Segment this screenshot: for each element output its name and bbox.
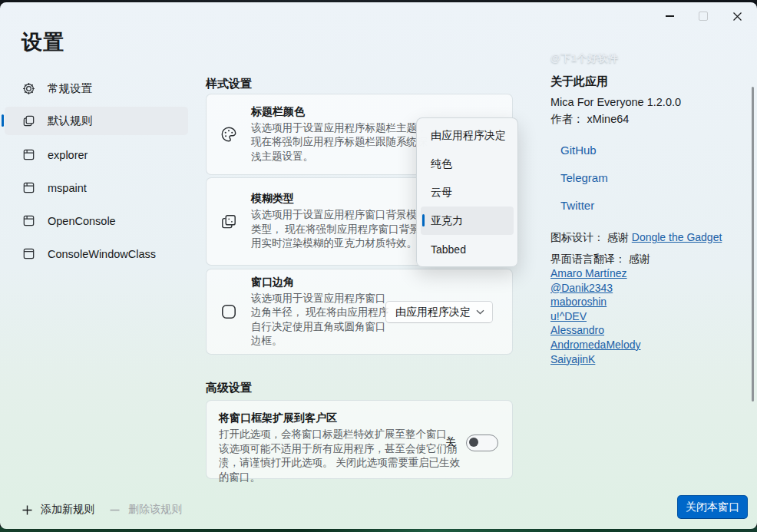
list-item: AndromedaMelody <box>550 338 641 352</box>
browser-window-icon <box>21 246 36 261</box>
minimize-icon <box>666 15 674 17</box>
card-title: 模糊类型 <box>251 192 433 206</box>
add-rule-label: 添加新规则 <box>41 503 94 517</box>
desktop-background: 设置 常规设置 默认规 <box>0 0 757 532</box>
advanced-section-heading: 高级设置 <box>206 381 252 395</box>
dropdown-option-label: 由应用程序决定 <box>431 129 506 143</box>
sidebar-item-label: explorer <box>48 149 88 161</box>
translator-link[interactable]: Alessandro <box>550 324 604 336</box>
style-section-heading: 样式设置 <box>206 77 252 91</box>
app-author: 作者： xMine64 <box>550 112 629 127</box>
sidebar-item-label: ConsoleWindowClass <box>48 248 156 260</box>
sidebar-item-general-settings[interactable]: 常规设置 <box>5 74 188 103</box>
minimize-button[interactable] <box>653 5 686 27</box>
copy-icon <box>21 114 36 128</box>
card-extend-frame: 将窗口框架扩展到客户区 打开此选项，会将窗口标题栏特效扩展至整个窗口。该选项可能… <box>206 400 513 479</box>
dropdown-option-acrylic[interactable]: 亚克力 <box>421 207 514 235</box>
blur-squares-icon <box>207 213 251 231</box>
about-heading: 关于此应用 <box>550 74 608 89</box>
close-window-label: 关闭本窗口 <box>686 501 739 514</box>
app-version: Mica For Everyone 1.2.0.0 <box>550 96 681 108</box>
sidebar-item-openconsole[interactable]: OpenConsole <box>5 207 188 235</box>
watermark-text: @下1个好软件 <box>550 51 618 65</box>
card-title: 标题栏颜色 <box>251 105 433 119</box>
chevron-down-icon <box>476 309 484 315</box>
selection-indicator <box>422 214 425 226</box>
dropdown-option-label: Tabbed <box>431 243 466 256</box>
list-item: u!^DEV <box>550 309 641 324</box>
card-description: 该选项用于设置应用程序窗口背景模糊类型， 现在将强制应用程序窗口背景使用实时渲染… <box>251 208 433 251</box>
delete-rule-label: 删除该规则 <box>128 503 182 517</box>
list-item: @Danik2343 <box>550 281 641 296</box>
rounded-corner-icon <box>207 302 251 321</box>
card-title: 将窗口框架扩展到客户区 <box>219 411 500 425</box>
list-item: maboroshin <box>550 295 641 309</box>
titlebar-color-dropdown-flyout: 由应用程序决定 纯色 云母 亚克力 Tabbed <box>416 117 518 267</box>
card-window-corners: 窗口边角 该选项用于设置应用程序窗口边角半径， 现在将由应用程序自行决定使用直角… <box>206 269 513 355</box>
list-item: SaiyajinK <box>550 352 641 367</box>
sidebar-item-default-rules[interactable]: 默认规则 <box>5 107 188 135</box>
corner-preference-combobox[interactable]: 由应用程序决定 <box>385 301 493 323</box>
app-window-icon <box>21 147 36 162</box>
page-title: 设置 <box>21 28 64 56</box>
translator-link[interactable]: u!^DEV <box>550 310 587 322</box>
twitter-link[interactable]: Twitter <box>560 199 594 212</box>
close-button[interactable] <box>720 5 754 27</box>
close-icon <box>732 12 742 21</box>
dropdown-option-label: 亚克力 <box>431 214 463 228</box>
close-window-button[interactable]: 关闭本窗口 <box>677 495 748 519</box>
dropdown-option-solid[interactable]: 纯色 <box>421 150 514 178</box>
translator-link[interactable]: SaiyajinK <box>550 353 595 365</box>
delete-rule-button: 删除该规则 <box>109 500 182 520</box>
list-item: Amaro Martínez <box>550 266 641 281</box>
app-window-icon <box>21 213 36 228</box>
dropdown-option-label: 云母 <box>431 186 452 200</box>
translator-link[interactable]: Amaro Martínez <box>550 267 627 279</box>
toggle-knob <box>469 438 478 447</box>
card-description: 打开此选项，会将窗口标题栏特效扩展至整个窗口。该选项可能不适用于所有应用程序，甚… <box>219 428 466 484</box>
sidebar-item-explorer[interactable]: explorer <box>5 140 188 169</box>
translators-list: Amaro Martínez @Danik2343 maboroshin u!^… <box>550 266 641 366</box>
add-rule-button[interactable]: 添加新规则 <box>21 500 94 520</box>
list-item: Alessandro <box>550 323 641 338</box>
plus-icon <box>21 504 33 516</box>
dropdown-option-tabbed[interactable]: Tabbed <box>421 235 514 263</box>
app-window-icon <box>21 180 36 195</box>
translator-link[interactable]: maboroshin <box>550 296 607 308</box>
translation-heading: 界面语言翻译： 感谢 <box>550 253 650 266</box>
maximize-button <box>686 5 720 27</box>
maximize-icon <box>699 12 708 21</box>
dropdown-option-label: 纯色 <box>431 157 452 171</box>
palette-icon <box>207 125 251 144</box>
extend-frame-toggle[interactable] <box>466 435 498 451</box>
combobox-value: 由应用程序决定 <box>395 306 471 319</box>
icon-designer-link[interactable]: Dongle the Gadget <box>632 231 722 243</box>
translator-link[interactable]: AndromedaMelody <box>550 339 641 351</box>
extend-frame-toggle-group: 关 <box>445 435 498 451</box>
sidebar-item-consolewindowclass[interactable]: ConsoleWindowClass <box>5 240 188 268</box>
toggle-state-label: 关 <box>445 436 456 450</box>
sidebar-item-label: mspaint <box>48 182 87 194</box>
sidebar-item-label: 默认规则 <box>48 114 92 128</box>
card-title: 窗口边角 <box>251 276 395 289</box>
window-controls <box>653 5 754 27</box>
minus-icon <box>109 504 121 516</box>
sidebar-item-label: 常规设置 <box>48 81 92 96</box>
card-description: 该选项用于设置应用程序标题栏主题， 现在将强制应用程序标题栏跟随系统深浅主题设置… <box>251 121 433 164</box>
sidebar-item-label: OpenConsole <box>48 215 116 227</box>
sidebar-item-mspaint[interactable]: mspaint <box>5 173 188 202</box>
github-link[interactable]: GitHub <box>560 144 597 157</box>
selection-indicator <box>2 114 4 127</box>
icon-design-prefix: 图标设计： 感谢 <box>550 231 632 243</box>
translator-link[interactable]: @Danik2343 <box>550 282 613 294</box>
telegram-link[interactable]: Telegram <box>560 171 608 184</box>
gear-icon <box>21 81 36 96</box>
vertical-scrollbar-thumb[interactable] <box>752 87 754 401</box>
icon-design-credit: 图标设计： 感谢 Dongle the Gadget <box>550 231 722 245</box>
card-description: 该选项用于设置应用程序窗口边角半径， 现在将由应用程序自行决定使用直角或圆角窗口… <box>251 292 395 349</box>
dropdown-option-mica[interactable]: 云母 <box>421 178 514 207</box>
app-window: 设置 常规设置 默认规 <box>0 2 757 529</box>
dropdown-option-app-decides[interactable]: 由应用程序决定 <box>421 121 514 150</box>
